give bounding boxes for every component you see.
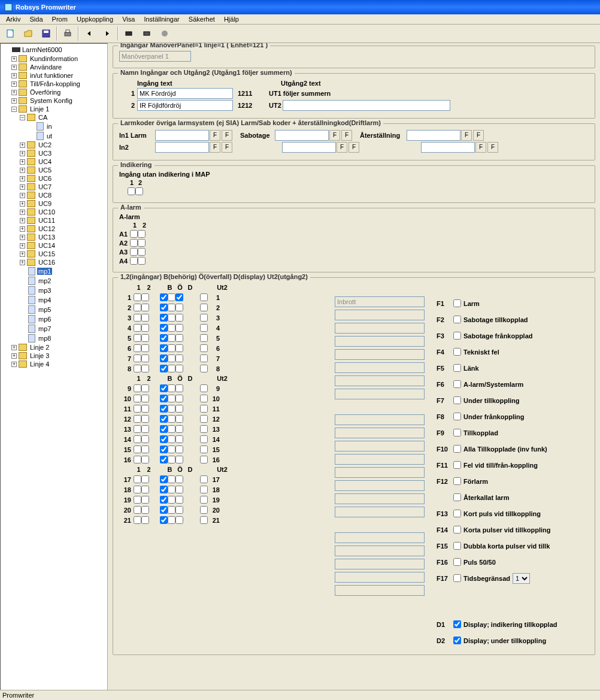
tree-item[interactable]: +System Konfig xyxy=(2,96,106,105)
f-checkbox[interactable] xyxy=(453,558,461,566)
b-checkbox[interactable] xyxy=(160,475,168,483)
b-checkbox[interactable] xyxy=(160,486,168,493)
expand-icon[interactable]: + xyxy=(20,176,25,181)
b-checkbox[interactable] xyxy=(160,344,168,352)
b-checkbox[interactable] xyxy=(160,446,168,453)
d-checkbox[interactable] xyxy=(175,486,183,493)
f-checkbox[interactable] xyxy=(453,396,461,404)
expand-icon[interactable]: + xyxy=(20,151,25,156)
b-checkbox[interactable] xyxy=(160,506,168,514)
o-checkbox[interactable] xyxy=(168,395,175,402)
c2-checkbox[interactable] xyxy=(141,506,149,514)
o-checkbox[interactable] xyxy=(168,314,175,322)
tree-item[interactable]: ut xyxy=(2,131,106,141)
c2-checkbox[interactable] xyxy=(141,405,149,413)
alarm-checkbox[interactable] xyxy=(130,239,138,247)
ut2-checkbox[interactable] xyxy=(200,405,208,413)
d-checkbox[interactable] xyxy=(175,304,183,311)
ingang2-input[interactable] xyxy=(137,100,233,111)
alarm-checkbox[interactable] xyxy=(138,257,146,265)
ut2-checkbox[interactable] xyxy=(200,456,208,463)
tree-item-mp1-selected[interactable]: mp1 xyxy=(2,266,106,276)
o-checkbox[interactable] xyxy=(168,446,175,453)
f-checkbox[interactable] xyxy=(453,299,461,307)
c1-checkbox[interactable] xyxy=(134,324,141,332)
c2-checkbox[interactable] xyxy=(141,354,149,362)
d-checkbox[interactable] xyxy=(175,446,183,453)
d-checkbox[interactable] xyxy=(175,344,183,352)
c2-checkbox[interactable] xyxy=(141,425,149,433)
f-checkbox[interactable] xyxy=(453,445,461,453)
c1-checkbox[interactable] xyxy=(134,516,141,524)
f-button[interactable]: F xyxy=(475,142,486,153)
tree-item[interactable]: +UC2 xyxy=(2,141,106,149)
o-checkbox[interactable] xyxy=(168,516,175,524)
tree-item[interactable]: +UC13 xyxy=(2,233,106,241)
c2-checkbox[interactable] xyxy=(141,456,149,463)
b-checkbox[interactable] xyxy=(160,405,168,413)
save-button[interactable] xyxy=(38,26,54,41)
expand-icon[interactable]: + xyxy=(11,56,17,62)
d-checkbox[interactable] xyxy=(175,456,183,463)
f-checkbox[interactable] xyxy=(453,510,461,517)
tree-item[interactable]: +UC8 xyxy=(2,191,106,199)
menu-hjalp[interactable]: Hjälp xyxy=(220,14,243,24)
menu-arkiv[interactable]: Arkiv xyxy=(2,14,24,24)
d-checkbox[interactable] xyxy=(175,425,183,433)
b-checkbox[interactable] xyxy=(160,516,168,524)
in1-larm-input[interactable] xyxy=(155,130,209,141)
c2-checkbox[interactable] xyxy=(141,334,149,342)
o-checkbox[interactable] xyxy=(168,344,175,352)
ingang1-input[interactable] xyxy=(137,88,233,99)
f-button[interactable]: F xyxy=(487,142,498,153)
tree-item-ca[interactable]: −CA xyxy=(2,113,106,122)
d1-checkbox[interactable] xyxy=(453,620,461,628)
c1-checkbox[interactable] xyxy=(134,425,141,433)
d-checkbox[interactable] xyxy=(175,384,183,392)
tree-item[interactable]: +in/ut funktioner xyxy=(2,71,106,80)
tree-item[interactable]: mp7 xyxy=(2,324,106,334)
expand-icon[interactable]: + xyxy=(20,143,25,148)
o-checkbox[interactable] xyxy=(168,425,175,433)
c2-checkbox[interactable] xyxy=(141,344,149,352)
next-button[interactable] xyxy=(99,26,116,41)
f-button[interactable]: F xyxy=(210,130,220,141)
c2-checkbox[interactable] xyxy=(141,415,149,423)
o-checkbox[interactable] xyxy=(168,365,175,372)
tree-item[interactable]: +UC12 xyxy=(2,225,106,233)
b-checkbox[interactable] xyxy=(160,324,168,332)
ut2-checkbox[interactable] xyxy=(200,324,208,332)
expand-icon[interactable]: + xyxy=(20,226,25,232)
new-button[interactable] xyxy=(2,26,19,41)
o-checkbox[interactable] xyxy=(168,475,175,483)
aterkallat-checkbox[interactable] xyxy=(453,493,461,501)
collapse-icon[interactable]: − xyxy=(20,115,25,120)
ut2-input[interactable] xyxy=(283,100,450,111)
b-checkbox[interactable] xyxy=(160,304,168,311)
tree-item[interactable]: +UC14 xyxy=(2,241,106,250)
expand-icon[interactable]: + xyxy=(20,201,25,207)
tree-item[interactable]: mp5 xyxy=(2,305,106,314)
tree-item[interactable]: +Linje 3 xyxy=(2,351,106,360)
f17-select[interactable]: 1 xyxy=(513,573,530,584)
d-checkbox[interactable] xyxy=(175,314,183,322)
sabotage2-input[interactable] xyxy=(282,142,336,153)
chip1-button[interactable] xyxy=(120,26,137,41)
c2-checkbox[interactable] xyxy=(141,293,149,301)
tree-item[interactable]: +UC7 xyxy=(2,183,106,191)
f-button[interactable]: F xyxy=(341,130,352,141)
o-checkbox[interactable] xyxy=(168,496,175,504)
tree-item[interactable]: +UC11 xyxy=(2,216,106,225)
tree-item[interactable]: +UC6 xyxy=(2,174,106,183)
f-button[interactable]: F xyxy=(329,130,340,141)
b-checkbox[interactable] xyxy=(160,314,168,322)
expand-icon[interactable]: + xyxy=(20,260,25,265)
f-checkbox[interactable] xyxy=(453,380,461,388)
tree-item[interactable]: +UC5 xyxy=(2,166,106,174)
c1-checkbox[interactable] xyxy=(134,506,141,514)
tree-item[interactable]: mp6 xyxy=(2,314,106,324)
b-checkbox[interactable] xyxy=(160,293,168,301)
o-checkbox[interactable] xyxy=(168,384,175,392)
f-button[interactable]: F xyxy=(349,142,359,153)
tree-item[interactable]: in xyxy=(2,122,106,131)
